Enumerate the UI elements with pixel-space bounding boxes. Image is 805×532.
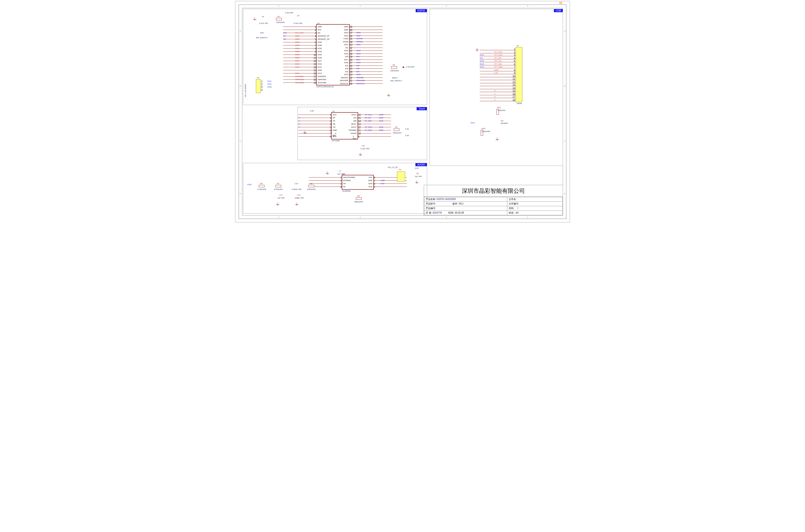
conn-pin: 3.3V9 [480,72,516,75]
c11-ref: C11 [279,194,283,196]
boot-ref: BOOT [392,77,398,79]
c7-val: 1uF 16V [337,173,344,175]
ic-u2: U2 ESP32-WROOM-32 1GND23V3RSTTFT_RST3ENV… [316,24,350,86]
ic-pin: SCS/CMD19SCS/CMD [283,81,317,85]
rst-ref: RST [260,32,264,34]
ic-pin: 20SCK/CLKSCK/CLK [349,82,383,86]
r7-val: 47KΩ±5% [274,188,283,190]
r3-val: 10KΩ±5% [393,132,401,134]
ic-pin: SHD/SD217SHD/SD2 [283,75,317,78]
gnd-icon [326,173,329,175]
ic-pin: 8AUX [298,135,332,138]
r2-ref: R2 [393,64,395,66]
conn-pin: 13 [480,84,516,87]
col-tick: 1 [279,5,279,7]
title-block: 深圳市晶彩智能有限公司 产品名称: ESP32-2432S028文件名: 产品型… [424,185,563,215]
res-r7 [275,185,281,187]
rst-val: SW_3X6X4.3 [256,37,267,39]
ic-pin: IO357IO35 [283,44,317,48]
conn-pin: 11 [480,78,516,81]
ic-pin: 28IO17IO17 [349,59,383,62]
row-tick: D [239,193,241,195]
ic-pin: IO2510IO25 [283,54,317,57]
gnd-icon [295,204,299,206]
block-tag: LCM [554,9,563,12]
ic-pin: Y+3YP [298,120,332,123]
conn-p2 [516,47,522,102]
gnd-icon [387,95,390,97]
r1-val: 10KΩ±5% [276,21,285,23]
r10-ref: R10 [482,128,485,130]
pwr-label: 3.3V [310,110,314,112]
r3-ref: R3 [395,126,398,128]
gnd-icon [415,182,419,185]
ic-pin: RSTTFT_RST3EN [283,32,317,35]
block-tag: Touch [417,107,427,110]
ic-pin: 15GND [283,69,317,72]
ic-pin: 34U0RXDRXD0 [349,41,383,44]
ic-pin: 30IO18IO18 [349,53,383,56]
c12-ref: C12 [297,194,301,196]
ic-pin: 26IO4IO4 [349,64,383,68]
gnd-icon [359,154,362,157]
ic-pin: 29IO5IO5 [349,56,383,59]
c7-ref: C7 [339,170,341,172]
conn-pin: TFT_RST2 [480,51,516,54]
gnd-icon [253,19,256,21]
ic-ref: U2 [317,22,320,24]
ic-pin: X+2XP [298,117,332,120]
ic-name: XPT2046 [332,140,340,142]
ic-name: SC8002B [342,190,350,192]
c8-val: 1uF 16V [415,175,422,177]
ic-pin: 38GND [349,29,383,32]
res-r3 [394,129,399,131]
title-table: 产品名称: ESP32-2432S028文件名: 产品型号: 版本: V0.1文… [424,197,563,215]
boot-val: SW_3X6X4.3 [390,80,402,82]
ic-pin: 15TP_CSIO33/CS [358,117,391,120]
ic-pin: 25IO0IO0 [349,68,383,71]
c4-val: 0.1uF 25V [259,22,268,24]
conn-p3 [256,79,261,93]
row-tick: B [564,85,566,87]
ic-pin: 9V REF [358,135,391,138]
ic-pin: 6GND [298,129,332,132]
ic-ref: U3 [332,110,334,112]
ic-pin: 33IO21IO21 [349,43,383,46]
row-tick: D [564,193,566,195]
r4-ref: R4 [260,183,263,185]
col-tick: 2 [360,5,361,7]
c6-ref: C6 [362,145,364,147]
gnd-icon [276,204,279,206]
ic-pin: Y-5YN [298,126,332,129]
ic-pin: IO1214IO12 [283,66,317,69]
ic-pin: IO328IO32 [283,48,317,51]
col-tick: 2 [360,216,361,218]
pwr-label: 3.3V-ESP [406,66,415,68]
r7-ref: R7 [277,183,279,185]
p3-name: HC-1.25-4PWT [245,84,247,97]
conn-pin: X-17 [480,96,516,98]
conn-pin: Y+18 [480,99,516,102]
ic-pin: IO2611IO26 [283,57,317,60]
pwr-label: 3.3V-ESP [285,12,293,14]
arrow-icon [403,66,405,68]
block-tag: AUDIO [416,163,427,166]
ic-pin: 39GND [349,25,383,29]
ic-pin: 23IO15IO15 [349,73,383,77]
r11-ref: R11 [497,107,501,109]
schematic-sheet: DF 1 2 3 4 1 2 3 4 A B C D A B C D ESP32… [235,1,570,223]
ic-pin: 5VO1 [373,186,407,189]
res-r2 [391,66,397,69]
ic-pin: 37IO23IO23 [349,32,383,35]
ic-pin: 2BYPASS [309,179,342,183]
ic-pin: 10IOVDD [358,132,391,135]
row-tick: B [239,85,241,87]
company-name: 深圳市晶彩智能有限公司 [424,185,563,197]
c10-val: 0.39uF 25V [292,188,302,190]
p3-ref: P3 [257,77,259,79]
net-label: IO26 [247,184,251,186]
ic-pin: 22SDI/SD1SDI/SD1 [349,77,383,80]
pwr-label: 3.3V [405,128,409,130]
block-tag: ESP32 [416,9,427,12]
df-mark: DF [559,2,562,4]
